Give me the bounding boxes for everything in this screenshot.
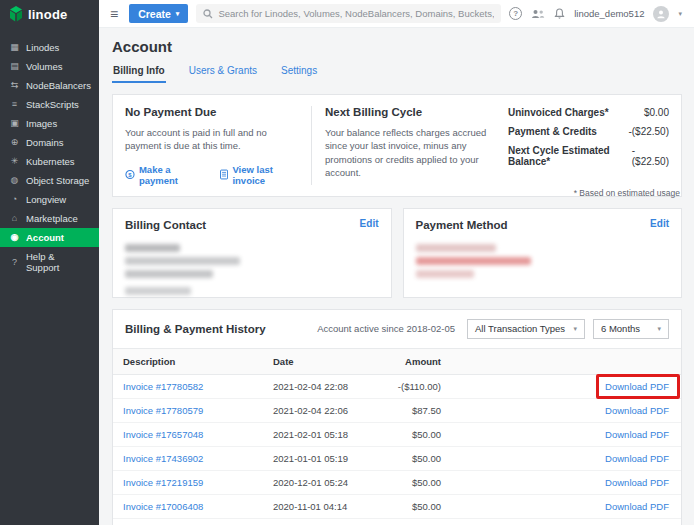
sidebar-item-help-support[interactable]: ? Help & Support [0, 247, 99, 277]
table-header-row: Description Date Amount [113, 348, 681, 374]
invoice-date: 2020-12-01 05:24 [263, 470, 371, 494]
download-pdf-link[interactable]: Download PDF [605, 381, 669, 392]
next-billing-cycle-panel: Next Billing Cycle Your balance reflects… [312, 105, 500, 186]
make-payment-link[interactable]: $ Make a payment [125, 164, 205, 186]
linode-logo[interactable]: linode [0, 0, 99, 30]
invoice-cell: Invoice #17006408 [113, 494, 263, 518]
stackscripts-icon: ≡ [9, 99, 20, 110]
billing-summary-card: No Payment Due Your account is paid in f… [112, 94, 682, 197]
help-icon: ? [509, 7, 522, 20]
avatar[interactable] [653, 6, 669, 22]
table-row: Invoice #17006408 2020-11-01 04:14 $50.0… [113, 494, 681, 518]
sidebar-item-marketplace[interactable]: ⌂ Marketplace [0, 209, 99, 228]
payment-method-title: Payment Method [416, 219, 508, 231]
payment-coin-icon: $ [125, 169, 135, 180]
column-description[interactable]: Description [113, 348, 263, 374]
sidebar-item-volumes[interactable]: ▤ Volumes [0, 57, 99, 76]
sidebar-item-label: Domains [26, 137, 64, 148]
domains-icon: ⊕ [9, 137, 20, 148]
global-search[interactable] [196, 4, 501, 23]
invoice-link[interactable]: Invoice #17780579 [123, 405, 203, 416]
nodebalancers-icon: ⇆ [9, 80, 20, 91]
sidebar-item-kubernetes[interactable]: ✳ Kubernetes [0, 152, 99, 171]
redacted-payment-line [416, 257, 531, 265]
topbar-right: ? linode_demo512 [509, 6, 682, 22]
billing-history-card: Billing & Payment History Account active… [112, 309, 682, 525]
redacted-contact-line [125, 270, 213, 278]
sidebar-item-label: Account [26, 232, 64, 243]
download-pdf-link[interactable]: Download PDF [605, 429, 669, 440]
make-payment-label: Make a payment [139, 164, 205, 186]
redacted-payment-line [416, 270, 474, 278]
edit-payment-method-link[interactable]: Edit [650, 218, 669, 229]
invoice-date: 2021-02-04 22:06 [263, 398, 371, 422]
invoice-cell: Invoice #16796315 [113, 518, 263, 525]
download-pdf-annotation: Download PDF [605, 405, 669, 416]
billing-contact-card: Billing Contact Edit [112, 208, 392, 298]
table-row: Invoice #17436902 2021-01-01 05:19 $50.0… [113, 446, 681, 470]
download-pdf-link[interactable]: Download PDF [605, 477, 669, 488]
no-payment-panel: No Payment Due Your account is paid in f… [125, 105, 311, 186]
sidebar-item-stackscripts[interactable]: ≡ StackScripts [0, 95, 99, 114]
volumes-icon: ▤ [9, 61, 20, 72]
notifications-button[interactable] [554, 8, 565, 20]
download-pdf-link[interactable]: Download PDF [605, 453, 669, 464]
download-pdf-link[interactable]: Download PDF [605, 501, 669, 512]
search-input[interactable] [218, 8, 494, 19]
sidebar-item-domains[interactable]: ⊕ Domains [0, 133, 99, 152]
sidebar-item-label: Object Storage [26, 175, 89, 186]
tab-billing-info[interactable]: Billing Info [112, 62, 166, 83]
sidebar-item-linodes[interactable]: ▦ Linodes [0, 38, 99, 57]
billing-history-title: Billing & Payment History [125, 323, 266, 335]
kubernetes-icon: ✳ [9, 156, 20, 167]
chevron-down-icon[interactable]: ▾ [678, 10, 682, 18]
sidebar-item-label: NodeBalancers [26, 80, 91, 91]
chevron-down-icon: ▾ [176, 10, 180, 18]
invoice-document-icon [220, 169, 228, 180]
images-icon: ▣ [9, 118, 20, 129]
tab-settings[interactable]: Settings [280, 62, 318, 83]
column-amount[interactable]: Amount [371, 348, 451, 374]
sidebar-item-account[interactable]: ◉ Account [0, 228, 99, 247]
username[interactable]: linode_demo512 [574, 8, 644, 19]
invoice-link[interactable]: Invoice #17219159 [123, 477, 203, 488]
invoice-link[interactable]: Invoice #17780582 [123, 381, 203, 392]
download-pdf-link[interactable]: Download PDF [605, 405, 669, 416]
view-last-invoice-link[interactable]: View last invoice [220, 164, 301, 186]
download-cell: Download PDF [451, 422, 681, 446]
tab-users-grants[interactable]: Users & Grants [188, 62, 258, 83]
date-range-select[interactable]: 6 Months ▾ [593, 319, 669, 339]
no-payment-title: No Payment Due [125, 106, 301, 118]
table-row: Invoice #17780579 2021-02-04 22:06 $87.5… [113, 398, 681, 422]
sidebar-item-label: Help & Support [26, 251, 90, 273]
chevron-down-icon: ▾ [657, 325, 661, 333]
sidebar-item-object-storage[interactable]: ◍ Object Storage [0, 171, 99, 190]
invoice-link[interactable]: Invoice #17436902 [123, 453, 203, 464]
page-title: Account [112, 38, 682, 55]
transaction-type-select[interactable]: All Transaction Types ▾ [467, 319, 585, 339]
account-tabs: Billing Info Users & Grants Settings [112, 62, 682, 83]
download-pdf-annotation: Download PDF [605, 429, 669, 440]
help-button[interactable]: ? [509, 7, 522, 20]
column-date[interactable]: Date [263, 348, 371, 374]
community-button[interactable] [531, 9, 545, 19]
create-button[interactable]: Create ▾ [129, 4, 188, 23]
invoice-amount: $50.00 [371, 494, 451, 518]
no-payment-body: Your account is paid in full and no paym… [125, 126, 301, 153]
help-icon: ? [9, 257, 20, 268]
download-pdf-annotation: Download PDF [605, 381, 669, 392]
sidebar-item-label: Volumes [26, 61, 62, 72]
sidebar-item-images[interactable]: ▣ Images [0, 114, 99, 133]
sidebar-item-nodebalancers[interactable]: ⇆ NodeBalancers [0, 76, 99, 95]
invoice-amount: $50.00 [371, 422, 451, 446]
menu-icon[interactable]: ≡ [107, 6, 121, 22]
billing-history-table: Description Date Amount Invoice #1778058… [113, 348, 681, 525]
invoice-link[interactable]: Invoice #17657048 [123, 429, 203, 440]
redacted-payment-line [416, 244, 496, 252]
figure-value: $0.00 [644, 107, 669, 118]
sidebar-item-longview[interactable]: ◔ Longview [0, 190, 99, 209]
download-cell: Download PDF [451, 446, 681, 470]
edit-billing-contact-link[interactable]: Edit [360, 218, 379, 229]
download-cell: Download PDF [451, 518, 681, 525]
invoice-link[interactable]: Invoice #17006408 [123, 501, 203, 512]
